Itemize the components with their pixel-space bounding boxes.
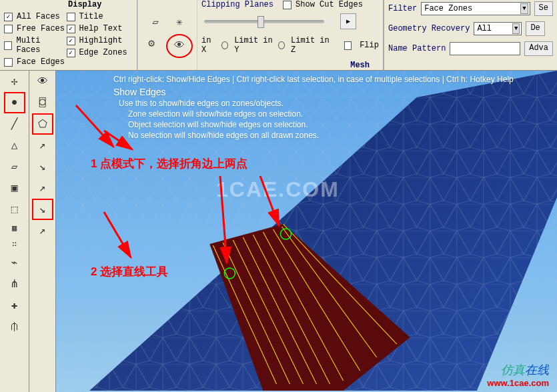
limit-row: in X Limit in Y Limit in Z Flip [201,36,379,55]
display-edge-zones[interactable]: Edge Zones [67,48,133,57]
show-cut-edges-checkbox[interactable] [283,1,292,9]
limit-x-label: in X [201,36,217,55]
multi-icon[interactable]: ⬚ [5,200,24,219]
clipping-slider[interactable] [204,20,324,23]
filter-row: Filter Face Zones Se [388,1,553,16]
nodes-icon[interactable]: ⋔ [5,275,24,293]
display-col-right: Title Help Text Highlight Edge Zones [67,9,133,69]
filter-label: Filter [388,4,417,13]
limit-y-radio[interactable] [278,41,285,49]
limit-y-label: Limit in Y [234,36,274,55]
axis-icon[interactable]: ↗ [33,136,52,155]
limit-z-label: Limit in Z [291,36,331,55]
se-button[interactable]: Se [534,1,553,16]
geom-label: Geometry Recovery [388,24,470,33]
label: Highlight [79,36,123,45]
svg-line-17 [104,212,131,257]
label: Face Edges [17,57,65,67]
point-mode-icon[interactable]: ● [5,93,24,112]
checkbox-icon[interactable] [67,13,75,21]
help-title: Show Edges [113,87,514,97]
dots-icon[interactable]: ∷ [5,237,24,251]
filter-combo[interactable]: Face Zones [421,2,530,15]
label: Help Text [79,24,123,33]
svg-line-9 [263,232,343,381]
name-pattern-row: Name Pattern Adva [388,41,553,56]
axis3-icon[interactable]: ↗ [33,221,52,240]
checkbox-icon[interactable] [67,49,75,57]
slider-thumb-icon[interactable] [257,16,264,28]
corner-watermark: 仿真在线 www.1cae.com [487,362,549,388]
axis2-icon[interactable]: ↗ [33,179,52,197]
display-col-left: All Faces Free Faces Multi Faces Face Ed… [4,9,67,69]
curve-icon[interactable]: ⌁ [5,253,24,272]
eye-button-highlight: 👁 [166,34,193,58]
label: Free Faces [17,24,65,33]
main-area: ✢ ● ╱ △ ▱ ▣ ⬚ ▦ ∷ ⌁ ⋔ ✚ ⫛ 👁 ⌼ ⬠ ↗ ↘ ↗ ↘ … [0,71,557,392]
viewport-canvas[interactable]: Ctrl right-click: Show/Hide Edges | Ctrl… [56,71,557,392]
wm-url: www.1cae.com [487,378,549,388]
watermark: 1CAE.COM [216,177,340,202]
checkbox-icon[interactable] [4,58,13,67]
play-button[interactable]: ▶ [340,13,356,29]
limit-x-radio[interactable] [221,41,228,49]
quad-icon[interactable]: ▱ [5,157,24,176]
advanced-button[interactable]: Adva [524,41,553,56]
flip-label: Flip [360,41,379,50]
annotation-2: 2 选择直线工具 [91,264,168,279]
annotation-1: 1 点模式下，选择折角边上两点 [91,156,247,171]
axes-icon[interactable]: ✢ [5,72,24,91]
snap-icon[interactable]: ↘ [33,157,52,176]
geometry-recovery-row: Geometry Recovery All De [388,21,553,36]
triangle-icon[interactable]: △ [5,136,24,155]
checkbox-icon[interactable] [67,37,75,45]
eye-icon[interactable]: 👁 [170,37,189,55]
help-line-4: No selection will show/hide edges on all… [128,131,514,140]
poly-select-icon[interactable]: ⬠ [33,115,52,133]
display-title[interactable]: Title [67,12,133,21]
display-face-edges[interactable]: Face Edges [4,57,67,67]
display-free-faces[interactable]: Free Faces [4,24,67,33]
label: All Faces [17,12,60,21]
filter-group: Filter Face Zones Se Geometry Recovery A… [384,0,557,70]
left-sub-toolbar: 👁 ⌼ ⬠ ↗ ↘ ↗ ↘ ↗ [29,71,56,392]
line-icon[interactable]: ╱ [5,115,24,133]
clipping-group: Clipping Planes Show Cut Edges ▶ in X Li… [197,0,384,70]
help-topline: Ctrl right-click: Show/Hide Edges | Ctrl… [113,75,514,84]
label: Multi Faces [16,36,66,55]
checkbox-icon[interactable] [67,25,75,33]
body-icon[interactable]: ⌼ [33,93,52,112]
cube-icon[interactable]: ▣ [5,179,24,197]
display-all-faces[interactable]: All Faces [4,12,67,21]
display-highlight[interactable]: Highlight [67,36,133,45]
box-icon[interactable]: ▱ [146,13,165,31]
name-pattern-input[interactable] [450,42,520,55]
checkbox-icon[interactable] [4,13,13,21]
gear-icon[interactable]: ⚙ [142,34,161,53]
line-tool-icon[interactable]: ↘ [33,200,52,219]
name-pattern-label: Name Pattern [388,44,446,53]
clipping-label: Clipping Planes [201,0,273,9]
grid-icon[interactable]: ▦ [5,221,24,235]
svg-line-4 [213,245,276,384]
wm-zh-2: 在线 [525,363,549,377]
checkbox-icon[interactable] [4,41,12,50]
eye-icon[interactable]: 👁 [33,72,52,91]
display-help-text[interactable]: Help Text [67,24,133,33]
svg-line-6 [233,240,303,384]
geom-combo[interactable]: All [474,22,522,35]
flip-checkbox[interactable] [344,41,352,50]
svg-marker-3 [209,224,410,391]
de-button[interactable]: De [526,21,544,36]
display-multi-faces[interactable]: Multi Faces [4,36,67,55]
svg-line-18 [260,176,279,225]
branch-icon[interactable]: ⫛ [5,317,24,336]
svg-line-15 [76,105,113,147]
svg-line-7 [243,237,316,384]
display-heading: Display [65,0,104,11]
checkbox-icon[interactable] [4,25,13,33]
burst-icon[interactable]: ✳ [170,13,189,31]
display-group: Display All Faces Free Faces Multi Faces [0,0,137,70]
cross-icon[interactable]: ✚ [5,296,24,315]
mini-toolbar: ▱ ✳ ⚙ 👁 [137,0,197,70]
